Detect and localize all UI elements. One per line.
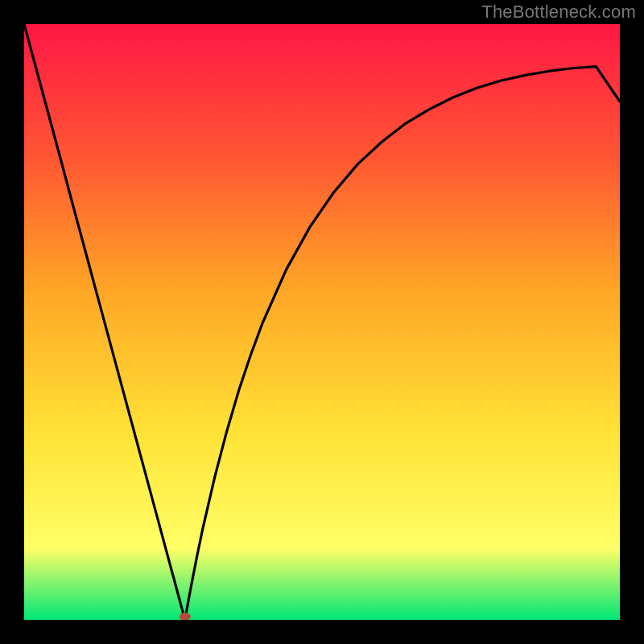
gradient-background: [24, 24, 620, 620]
plot-area: [24, 24, 620, 620]
chart-frame: TheBottleneck.com: [0, 0, 644, 644]
bottleneck-chart: [24, 24, 620, 620]
watermark-text: TheBottleneck.com: [481, 2, 636, 23]
